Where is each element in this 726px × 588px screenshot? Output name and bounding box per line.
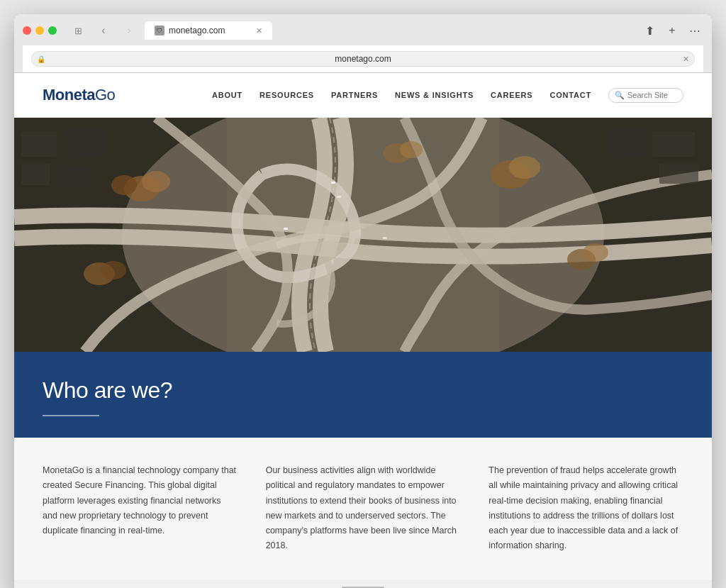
svg-rect-18 [57,167,92,187]
grid-menu-button[interactable]: ⋯ [686,22,703,39]
svg-rect-21 [659,164,698,184]
nav-about[interactable]: ABOUT [212,91,242,99]
tab-close-icon[interactable]: ✕ [256,26,262,35]
search-bar[interactable]: 🔍 [608,88,683,103]
toolbar-actions: ⬆ + ⋯ [641,22,703,39]
svg-point-10 [583,243,608,262]
lock-icon: 🔒 [37,55,45,63]
nav-contact[interactable]: CONTACT [549,91,591,99]
blue-divider [43,415,99,416]
maximize-button[interactable] [48,26,57,35]
hero-image [14,118,712,352]
back-button[interactable]: ‹ [94,23,113,38]
content-text-1: MonetaGo is a financial technology compa… [43,463,238,538]
svg-point-14 [400,141,423,158]
svg-rect-15 [21,132,57,157]
nav-partners[interactable]: PARTNERS [331,91,378,99]
sidebar-toggle[interactable]: ⊞ [68,23,88,38]
svg-rect-16 [64,128,106,157]
svg-rect-17 [21,164,50,185]
content-text-2: Our business activities align with world… [266,463,461,554]
content-col-2: Our business activities align with world… [266,463,461,554]
svg-rect-19 [652,132,695,157]
search-icon: 🔍 [615,91,625,100]
svg-point-8 [509,156,540,179]
logo-part2: Go [95,86,115,104]
scroll-bar-area [14,579,712,589]
svg-point-12 [101,261,126,279]
traffic-lights [23,26,57,35]
minimize-button[interactable] [35,26,44,35]
site-header: MonetaGo ABOUT RESOURCES PARTNERS NEWS &… [14,73,712,118]
active-tab[interactable]: 🛡 monetago.com ✕ [145,21,272,40]
tabs-row: 🛡 monetago.com ✕ [145,21,272,40]
search-input[interactable] [627,91,677,99]
svg-rect-23 [337,196,341,198]
tab-title: monetago.com [169,26,225,35]
address-bar-row: 🔒 ✕ [23,45,703,72]
browser-controls: ⊞ ‹ › 🛡 monetago.com ✕ ⬆ + ⋯ [23,21,703,40]
website-content: MonetaGo ABOUT RESOURCES PARTNERS NEWS &… [14,73,712,588]
site-logo: MonetaGo [43,86,115,104]
logo-part1: Moneta [43,86,95,104]
content-col-3: The prevention of fraud helps accelerate… [488,463,683,554]
content-text-3: The prevention of fraud helps accelerate… [488,463,683,554]
hero-svg [14,118,712,352]
nav-news-insights[interactable]: NEWS & INSIGHTS [395,91,474,99]
content-section: MonetaGo is a financial technology compa… [14,438,712,579]
svg-rect-20 [610,128,645,157]
nav-resources[interactable]: RESOURCES [259,91,314,99]
address-clear-icon[interactable]: ✕ [683,55,689,64]
who-are-we-heading: Who are we? [43,377,683,404]
svg-rect-25 [383,237,387,239]
forward-button[interactable]: › [119,23,139,38]
content-col-1: MonetaGo is a financial technology compa… [43,463,238,554]
nav-careers[interactable]: CAREERS [491,91,532,99]
browser-window: ⊞ ‹ › 🛡 monetago.com ✕ ⬆ + ⋯ [14,14,712,588]
svg-rect-24 [284,228,288,230]
close-button[interactable] [23,26,31,35]
site-nav: ABOUT RESOURCES PARTNERS NEWS & INSIGHTS… [212,88,683,103]
address-bar-container: 🔒 ✕ [31,51,695,67]
svg-point-6 [111,175,137,195]
share-button[interactable]: ⬆ [641,22,658,39]
tab-favicon: 🛡 [155,26,164,35]
blue-section: Who are we? [14,352,712,438]
browser-chrome: ⊞ ‹ › 🛡 monetago.com ✕ ⬆ + ⋯ [14,14,712,73]
svg-point-5 [142,171,170,192]
new-tab-button[interactable]: + [664,22,681,39]
svg-rect-22 [331,182,335,184]
address-input[interactable] [31,51,695,67]
